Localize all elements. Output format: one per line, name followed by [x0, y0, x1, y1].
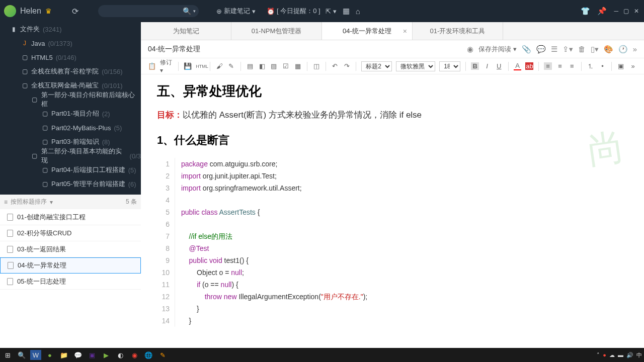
search-task-icon[interactable]: 🔍 — [16, 350, 27, 360]
tree-item-part2[interactable]: ▢第二部分-项目基本功能的实现 (0/3 — [0, 149, 141, 163]
more-icon[interactable]: » — [633, 45, 637, 53]
close-button[interactable]: ✕ — [634, 8, 639, 15]
tab-wiznote[interactable]: 为知笔记 — [141, 22, 231, 40]
app-360[interactable]: ● — [44, 350, 55, 360]
app-word[interactable]: W — [30, 350, 41, 360]
html-icon[interactable]: HTML — [196, 64, 205, 69]
watermark: 尚 — [585, 122, 627, 175]
book-icon[interactable]: ▯▾ — [591, 45, 599, 54]
share-icon[interactable]: ⇪▾ — [562, 45, 573, 54]
tray-up-icon[interactable]: ˄ — [597, 352, 600, 358]
sync-icon[interactable]: ⟳ — [72, 7, 78, 16]
tab-exception[interactable]: 04-统一异常处理× — [322, 22, 413, 40]
maximize-button[interactable]: ▢ — [623, 8, 629, 15]
tree-item-part01[interactable]: ▢Part01-项目介绍 (2) — [0, 107, 141, 121]
sort-bar[interactable]: ≡ 按照标题排序 ▾ 5 条 — [0, 194, 141, 209]
app-vscode[interactable]: ▣ — [87, 350, 98, 360]
size-select[interactable]: 18 — [439, 61, 460, 71]
search-input[interactable]: 🔍 ▾ — [98, 5, 199, 17]
note-item-selected[interactable]: 04-统一异常处理 — [0, 257, 141, 274]
tree-item-html5[interactable]: ▢HTML5 (0/146) — [0, 50, 141, 64]
tree-item-part05[interactable]: ▢Part05-管理平台前端搭建 (6) — [0, 177, 141, 191]
system-tray[interactable]: ˄ ● ☁ ▬ 🔊 中 — [597, 351, 642, 359]
shirt-icon[interactable]: 👕 — [581, 7, 590, 16]
app-notes[interactable]: ✎ — [157, 350, 168, 360]
revise-button[interactable]: 修订▾ — [160, 58, 173, 74]
new-note-button[interactable]: ⊕ 新建笔记 ▾ — [216, 7, 256, 16]
clipboard-icon[interactable]: 📋 — [148, 62, 156, 70]
chevron-down-icon: ▾ — [193, 9, 196, 14]
heading-select[interactable]: 标题2 — [361, 61, 392, 71]
fontcolor-icon[interactable]: A — [514, 62, 522, 70]
tab-npm[interactable]: 01-NPM包管理器 — [231, 22, 322, 40]
tree-item-part04[interactable]: ▢Part04-后端接口工程搭建 (5) — [0, 163, 141, 177]
reminder-button[interactable]: ⏰ [ 今日提醒：0 ] ⇱ ▾ ▦ ⌂ — [267, 7, 360, 16]
note-item[interactable]: 03-统一返回结果 — [0, 241, 141, 257]
redo-icon[interactable]: ↷ — [343, 62, 351, 70]
save-icon[interactable]: 💾 — [184, 62, 192, 70]
home-icon[interactable]: ⌂ — [356, 7, 360, 16]
close-icon[interactable]: × — [403, 27, 407, 35]
table-icon[interactable]: ▦ — [294, 62, 302, 70]
paint-icon[interactable]: ▤ — [246, 62, 254, 70]
align-left-icon[interactable]: ≡ — [544, 62, 552, 70]
app-chrome[interactable]: 🌐 — [143, 350, 154, 360]
app-red[interactable]: ◉ — [129, 350, 140, 360]
grid-icon[interactable]: ▦ — [343, 7, 350, 16]
note-item[interactable]: 02-积分等级CRUD — [0, 225, 141, 241]
more-toolbar-icon[interactable]: » — [629, 62, 637, 70]
pen-icon[interactable]: ✎ — [227, 62, 235, 70]
java-icon: J — [21, 40, 28, 47]
delete-icon[interactable]: 🗑 — [578, 45, 586, 53]
app-explorer[interactable]: 📁 — [58, 350, 69, 360]
font-select[interactable]: 微软雅黑 — [396, 61, 435, 71]
note-item[interactable]: 05-统一日志处理 — [0, 274, 141, 290]
clock-icon[interactable]: 🕐 — [618, 45, 628, 54]
tray-volume-icon[interactable]: 🔊 — [626, 352, 633, 358]
image-icon[interactable]: ▣ — [617, 62, 625, 70]
tree-item-part1[interactable]: ▢第一部分-项目介绍和前后端核心框 — [0, 93, 141, 107]
comment-icon[interactable]: 💬 — [536, 45, 546, 54]
start-button[interactable]: ⊞ — [2, 350, 13, 360]
palette-icon[interactable]: 🎨 — [604, 45, 613, 54]
list-icon: ≡ — [4, 199, 8, 206]
italic-icon[interactable]: I — [483, 62, 491, 70]
tray-ime[interactable]: 中 — [636, 351, 642, 359]
save-read-button[interactable]: 保存并阅读 ▾ — [478, 45, 517, 54]
username: Helen — [20, 7, 41, 16]
undo-icon[interactable]: ↶ — [331, 62, 339, 70]
doc-body[interactable]: 尚 五、异常处理优化 目标：以优雅的 Assert(断言) 方式来校验业务的异常… — [141, 74, 644, 348]
underline-icon[interactable]: U — [495, 62, 503, 70]
ol-icon[interactable]: ⒈ — [587, 62, 595, 71]
link-icon[interactable]: ◫ — [312, 62, 320, 70]
tree-item-guli[interactable]: ▢全栈在线教育-谷粒学院 (0/156) — [0, 64, 141, 78]
tree-item-java[interactable]: JJava (0/1373) — [0, 36, 141, 50]
tree-item-part02[interactable]: ▢Part02-MyBatis-Plus (5) — [0, 121, 141, 135]
alarm-icon: ⏰ — [267, 8, 275, 15]
tab-bar: 为知笔记 01-NPM包管理器 04-统一异常处理× 01-开发环境和工具 — [141, 22, 644, 40]
tray-rec-icon[interactable]: ● — [603, 352, 606, 358]
minimize-button[interactable]: ─ — [614, 8, 618, 15]
attachment-icon[interactable]: 📎 — [522, 45, 531, 54]
app-wechat[interactable]: 💬 — [72, 350, 84, 360]
tab-devenv[interactable]: 01-开发环境和工具 — [413, 22, 503, 40]
align-center-icon[interactable]: ≡ — [556, 62, 564, 70]
align-right-icon[interactable]: ≡ — [568, 62, 576, 70]
folder-root[interactable]: ▮ 文件夹 (3241) — [0, 22, 141, 36]
ul-icon[interactable]: • — [599, 62, 607, 70]
tray-cloud-icon[interactable]: ☁ — [609, 352, 615, 358]
checkbox-icon[interactable]: ☑ — [282, 62, 290, 70]
bold-icon[interactable]: B — [471, 62, 479, 70]
clear-icon[interactable]: ▨ — [270, 62, 278, 70]
chevron-down-icon: ▾ — [333, 8, 337, 15]
user-profile[interactable]: Helen ♛ — [4, 5, 52, 17]
tray-battery-icon[interactable]: ▬ — [618, 352, 623, 358]
eraser-icon[interactable]: ◧ — [258, 62, 266, 70]
note-item[interactable]: 01-创建尚融宝接口工程 — [0, 209, 141, 225]
app-obs[interactable]: ◐ — [115, 350, 126, 360]
bgcolor-icon[interactable]: ab — [525, 62, 533, 70]
pin-icon[interactable]: 📌 — [597, 7, 607, 16]
brush-icon[interactable]: 🖌 — [215, 62, 223, 70]
app-idea[interactable]: ▶ — [101, 350, 112, 360]
outline-icon[interactable]: ☰ — [551, 45, 557, 54]
